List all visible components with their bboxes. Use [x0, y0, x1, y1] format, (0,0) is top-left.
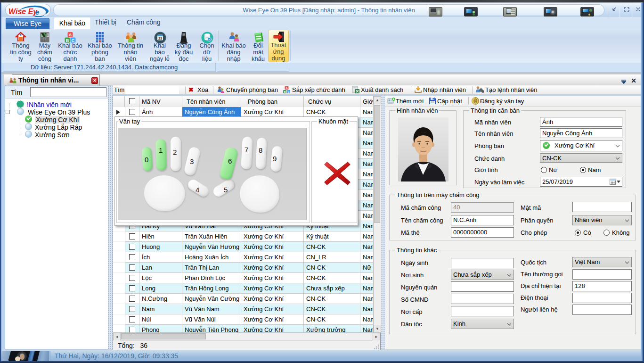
svg-text:B: B: [284, 91, 286, 93]
svg-text:A: A: [69, 33, 72, 37]
svg-text:C: C: [288, 91, 290, 93]
svg-text:A: A: [286, 87, 288, 90]
svg-text:23: 23: [158, 37, 162, 40]
svg-text:Wise Ey: Wise Ey: [8, 8, 38, 16]
svg-text:e: e: [35, 8, 39, 16]
